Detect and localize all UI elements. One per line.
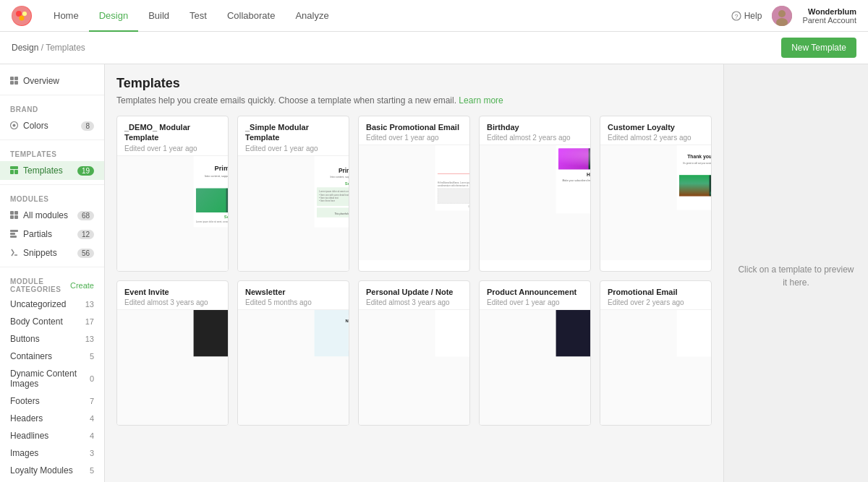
nav-design[interactable]: Design <box>89 0 138 32</box>
preview-content: A Quick Update <box>435 310 469 356</box>
svg-rect-21 <box>14 215 18 219</box>
preview-flower-image <box>679 176 711 197</box>
nav-home[interactable]: Home <box>43 0 89 32</box>
sidebar-item-all-modules[interactable]: All modules 68 <box>0 206 104 225</box>
sidebar-partials-label: Partials <box>23 229 52 239</box>
learn-more-link[interactable]: Learn more <box>459 95 503 106</box>
nav-build[interactable]: Build <box>138 0 179 32</box>
svg-point-7 <box>778 10 786 17</box>
sidebar-overview-label: Overview <box>23 76 59 86</box>
svg-point-14 <box>13 124 16 126</box>
sidebar-colors-count: 8 <box>81 121 94 131</box>
sidebar-cat-footers[interactable]: Footers 7 <box>0 392 104 410</box>
template-grid-row1: _DEMO_ Modular Template Edited over 1 ye… <box>116 116 712 272</box>
template-name: Promotional Email <box>608 287 704 297</box>
new-template-button[interactable]: New Template <box>781 38 856 58</box>
template-name: Personal Update / Note <box>366 287 462 297</box>
sidebar-cat-headlines[interactable]: Headlines 4 <box>0 427 104 444</box>
sidebar-cat-media-queries[interactable]: Media Queries 2 <box>0 479 104 482</box>
template-card-newsletter[interactable]: Newsletter Edited 5 months ago News from… <box>237 280 349 426</box>
sidebar-cat-containers[interactable]: Containers 5 <box>0 348 104 365</box>
template-card-header: Newsletter Edited 5 months ago <box>238 281 349 309</box>
sidebar-item-overview[interactable]: Overview <box>0 72 104 90</box>
sidebar-cat-body-content[interactable]: Body Content 17 <box>0 313 104 330</box>
template-card-event-invite[interactable]: Event Invite Edited almost 3 years ago 1… <box>116 280 229 426</box>
sidebar-cat-uncategorized[interactable]: Uncategorized 13 <box>0 296 104 313</box>
sidebar-templates-title: TEMPLATES <box>0 145 104 161</box>
template-preview-product-announcement: Product Announcement Learn more <box>480 309 590 425</box>
create-module-link[interactable]: Create <box>70 281 94 290</box>
preview-content: wonderblum Headline xx% Off - Sub-header… <box>435 145 469 210</box>
page-title: Templates <box>116 76 712 91</box>
preview-footer: Unsubscribe | Manage | Update Profile <box>558 209 590 211</box>
preview-subhead: xx% Off <box>438 165 469 173</box>
template-card-basic-promo[interactable]: Basic Promotional Email Edited over 1 ye… <box>358 116 470 272</box>
preview-logo: wonderblum <box>196 159 228 163</box>
template-card-product-announcement[interactable]: Product Announcement Edited over 1 year … <box>479 280 591 426</box>
flower-overlay <box>558 148 590 169</box>
svg-rect-22 <box>10 230 18 232</box>
template-card-promotional-email[interactable]: Promotional Email Edited over 2 years ag… <box>600 280 712 426</box>
preview-content: wonderblum Primary headline (H1) Intro c… <box>315 156 349 228</box>
template-date: Edited over 1 year ago <box>124 145 221 152</box>
preview-h2: Secondary headline (H2) <box>196 214 228 219</box>
template-card-header: Customer Loyalty Edited almost 2 years a… <box>600 116 711 145</box>
template-name: Customer Loyalty <box>608 122 704 132</box>
sidebar-templates-label: Templates <box>23 165 63 176</box>
template-preview-personal-update: A Quick Update <box>359 309 469 425</box>
template-date: Edited almost 3 years ago <box>124 298 221 306</box>
help-button[interactable]: ? Help <box>731 11 762 21</box>
sidebar-templates-count: 19 <box>77 166 94 176</box>
app-logo[interactable] <box>12 6 32 26</box>
template-name: _DEMO_ Modular Template <box>124 122 221 143</box>
preview-logo-bottom: wonderblum <box>558 198 590 202</box>
template-card-customer-loyalty[interactable]: Customer Loyalty Edited almost 2 years a… <box>600 116 712 272</box>
template-preview-simple-modular: wonderblum Primary headline (H1) Intro c… <box>238 155 349 271</box>
template-preview-basic-promo: wonderblum Headline xx% Off - Sub-header… <box>359 145 469 260</box>
sidebar: Overview BRAND Colors 8 TEMPLATES Templa… <box>0 64 105 482</box>
sidebar-item-snippets[interactable]: Snippets 56 <box>0 244 104 262</box>
user-info: Wonderblum Parent Account <box>802 7 856 25</box>
sidebar-item-partials[interactable]: Partials 12 <box>0 225 104 244</box>
avatar[interactable] <box>772 6 792 26</box>
sidebar-cat-loyalty[interactable]: Loyalty Modules 5 <box>0 462 104 479</box>
sidebar-partials-count: 12 <box>77 230 94 239</box>
preview-social-icons <box>679 197 711 203</box>
nav-collaborate[interactable]: Collaborate <box>217 0 286 32</box>
sidebar-cat-headers[interactable]: Headers 4 <box>0 410 104 427</box>
template-card-birthday[interactable]: Birthday Edited almost 2 years ago <box>479 116 591 272</box>
template-date: Edited over 2 years ago <box>608 298 704 306</box>
template-card-header: _Simple Modular Template Edited over 1 y… <box>238 116 349 155</box>
sidebar-item-colors[interactable]: Colors 8 <box>0 116 104 135</box>
all-modules-icon <box>10 211 18 220</box>
sidebar-item-templates[interactable]: Templates 19 <box>0 161 104 180</box>
template-card-simple-modular[interactable]: _Simple Modular Template Edited over 1 y… <box>237 116 349 272</box>
template-name: Basic Promotional Email <box>366 122 462 132</box>
svg-rect-18 <box>10 211 14 215</box>
preview-intro: Intro content, supporting the headline, … <box>196 173 228 177</box>
sidebar-divider-2 <box>0 139 104 140</box>
template-card-personal-update[interactable]: Personal Update / Note Edited almost 3 y… <box>358 280 470 426</box>
svg-rect-11 <box>10 81 14 85</box>
svg-rect-12 <box>14 81 18 85</box>
nav-test[interactable]: Test <box>179 0 217 32</box>
sidebar-all-modules-label: All modules <box>23 210 68 220</box>
svg-rect-69 <box>468 313 469 353</box>
sidebar-brand-title: BRAND <box>0 100 104 116</box>
template-name: Product Announcement <box>487 287 583 297</box>
template-preview-newsletter: News from Your Friends Summer Edition Su… <box>238 309 349 425</box>
nav-analyze[interactable]: Analyze <box>285 0 339 32</box>
svg-point-3 <box>20 15 25 20</box>
sidebar-cat-dynamic-content[interactable]: Dynamic Content Images 0 <box>0 365 104 392</box>
template-date: Edited almost 2 years ago <box>487 134 583 142</box>
template-card-demo-modular[interactable]: _DEMO_ Modular Template Edited over 1 ye… <box>116 116 229 272</box>
breadcrumb-design[interactable]: Design <box>12 43 38 53</box>
sidebar-cat-buttons[interactable]: Buttons 13 <box>0 330 104 348</box>
template-card-header: Basic Promotional Email Edited over 1 ye… <box>359 116 469 145</box>
template-card-header: Product Announcement Edited over 1 year … <box>480 281 590 309</box>
preview-image <box>196 188 228 212</box>
sidebar-cat-images[interactable]: Images 3 <box>0 444 104 462</box>
preview-birthday-msg: Happy Birthday Katy! <box>558 172 590 178</box>
preview-sub2: - Sub-header here - <box>438 174 469 180</box>
template-grid-row2: Event Invite Edited almost 3 years ago 1… <box>116 280 712 426</box>
